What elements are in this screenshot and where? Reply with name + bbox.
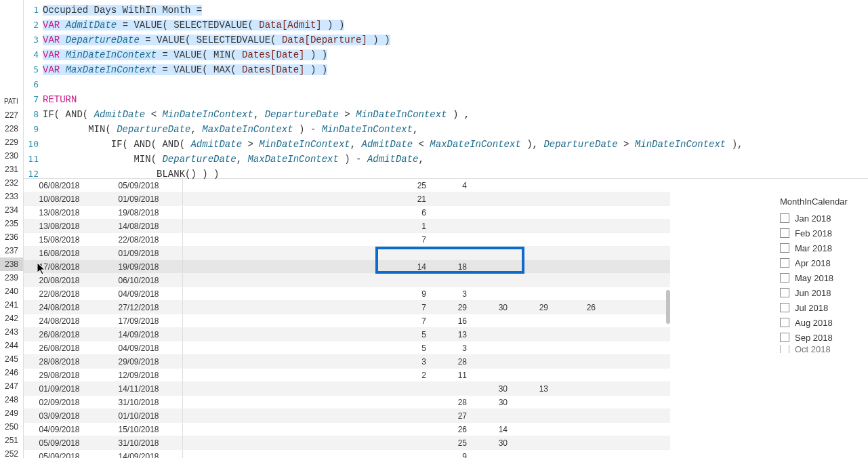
cell-v3[interactable] bbox=[471, 355, 512, 368]
cell-dep[interactable]: 05/09/2018 bbox=[95, 179, 183, 192]
cell-v5[interactable] bbox=[552, 369, 600, 381]
row-number[interactable]: 233 bbox=[0, 190, 23, 203]
cell-dep[interactable]: 15/10/2018 bbox=[95, 423, 183, 436]
cell-dep[interactable]: 22/08/2018 bbox=[95, 233, 183, 246]
cell-v1[interactable]: 2 bbox=[183, 369, 430, 381]
table-row[interactable]: 16/08/201801/09/2018 bbox=[24, 247, 670, 260]
table-row[interactable]: 05/09/201814/09/20189 bbox=[24, 450, 670, 458]
cell-v1[interactable]: 7 bbox=[183, 233, 430, 246]
cell-dep[interactable]: 31/10/2018 bbox=[95, 436, 183, 449]
row-number[interactable]: 229 bbox=[0, 136, 23, 149]
cell-v4[interactable] bbox=[512, 355, 552, 368]
data-table[interactable]: 06/08/201805/09/201825410/08/201801/09/2… bbox=[24, 179, 670, 458]
table-row[interactable]: 05/09/201831/10/20182530 bbox=[24, 436, 670, 450]
cell-v3[interactable] bbox=[471, 341, 512, 354]
row-number[interactable]: 227 bbox=[0, 108, 23, 122]
slicer-item[interactable]: May 2018 bbox=[780, 270, 861, 285]
row-number[interactable]: 234 bbox=[0, 203, 23, 217]
cell-admit[interactable]: 20/08/2018 bbox=[24, 274, 95, 287]
cell-dep[interactable]: 04/09/2018 bbox=[95, 341, 183, 354]
code-line[interactable]: Occupied Days WithIn Month = bbox=[43, 3, 868, 18]
cell-v3[interactable] bbox=[471, 233, 512, 246]
cell-v3[interactable] bbox=[471, 206, 512, 219]
cell-v2[interactable]: 3 bbox=[430, 287, 471, 300]
checkbox-icon[interactable] bbox=[780, 345, 789, 353]
cell-v4[interactable] bbox=[512, 396, 552, 409]
cell-v4[interactable] bbox=[512, 314, 552, 327]
cell-v3[interactable]: 30 bbox=[471, 382, 512, 395]
month-slicer[interactable]: MonthInCalendar Jan 2018Feb 2018Mar 2018… bbox=[780, 196, 861, 353]
slicer-item[interactable]: Oct 2018 bbox=[780, 345, 861, 353]
checkbox-icon[interactable] bbox=[780, 273, 789, 283]
cell-v1[interactable]: 5 bbox=[183, 328, 430, 341]
table-row[interactable]: 06/08/201805/09/2018254 bbox=[24, 179, 670, 192]
cell-dep[interactable]: 17/09/2018 bbox=[95, 314, 183, 327]
code-line[interactable]: RETURN bbox=[43, 92, 868, 107]
cell-v2[interactable]: 11 bbox=[430, 369, 471, 381]
formula-text[interactable]: Occupied Days WithIn Month =VAR AdmitDat… bbox=[43, 0, 868, 178]
cell-dep[interactable]: 27/12/2018 bbox=[95, 301, 183, 314]
cell-v2[interactable] bbox=[430, 192, 471, 205]
cell-admit[interactable]: 01/09/2018 bbox=[24, 382, 95, 395]
slicer-item[interactable]: Jun 2018 bbox=[780, 285, 861, 300]
code-line[interactable]: VAR AdmitDate = VALUE( SELECTEDVALUE( Da… bbox=[43, 18, 868, 33]
checkbox-icon[interactable] bbox=[780, 303, 789, 312]
cell-v1[interactable] bbox=[183, 436, 430, 449]
table-row[interactable]: 29/08/201812/09/2018211 bbox=[24, 369, 670, 382]
cell-v5[interactable] bbox=[552, 409, 600, 422]
cell-admit[interactable]: 10/08/2018 bbox=[24, 192, 95, 205]
cell-v3[interactable] bbox=[471, 179, 512, 192]
cell-v2[interactable] bbox=[430, 382, 471, 395]
cell-admit[interactable]: 26/08/2018 bbox=[24, 341, 95, 354]
cell-v3[interactable]: 30 bbox=[471, 301, 512, 314]
cell-v5[interactable] bbox=[552, 192, 600, 205]
code-line[interactable] bbox=[43, 77, 868, 92]
cell-v4[interactable] bbox=[512, 192, 552, 205]
cell-admit[interactable]: 26/08/2018 bbox=[24, 328, 95, 341]
code-line[interactable]: MIN( DepartureDate, MaxDateInContext ) -… bbox=[43, 122, 868, 137]
table-row[interactable]: 01/09/201814/11/20183013 bbox=[24, 382, 670, 396]
cell-v5[interactable] bbox=[552, 436, 600, 449]
cell-v3[interactable] bbox=[471, 220, 512, 232]
cell-v4[interactable] bbox=[512, 220, 552, 232]
cell-v2[interactable]: 13 bbox=[430, 328, 471, 341]
cell-v4[interactable] bbox=[512, 274, 552, 287]
scrollbar-thumb[interactable] bbox=[666, 290, 670, 324]
cell-v2[interactable]: 18 bbox=[430, 260, 471, 273]
cell-v3[interactable]: 30 bbox=[471, 436, 512, 449]
checkbox-icon[interactable] bbox=[780, 288, 789, 297]
cell-v2[interactable]: 25 bbox=[430, 436, 471, 449]
table-row[interactable]: 22/08/201804/09/201893 bbox=[24, 287, 670, 301]
cell-admit[interactable]: 29/08/2018 bbox=[24, 369, 95, 381]
cell-v1[interactable] bbox=[183, 409, 430, 422]
row-number[interactable]: 248 bbox=[0, 393, 23, 407]
slicer-item[interactable]: Jul 2018 bbox=[780, 300, 861, 315]
cell-v2[interactable]: 3 bbox=[430, 341, 471, 354]
cell-v2[interactable] bbox=[430, 233, 471, 246]
row-number[interactable]: 237 bbox=[0, 244, 23, 257]
cell-v5[interactable] bbox=[552, 179, 600, 192]
row-number[interactable]: 235 bbox=[0, 217, 23, 230]
cell-v2[interactable]: 28 bbox=[430, 396, 471, 409]
table-row[interactable]: 24/08/201817/09/2018716 bbox=[24, 314, 670, 328]
row-number[interactable]: 232 bbox=[0, 176, 23, 190]
cell-v1[interactable]: 7 bbox=[183, 301, 430, 314]
cell-v2[interactable] bbox=[430, 247, 471, 259]
row-number[interactable]: 236 bbox=[0, 230, 23, 244]
cell-admit[interactable]: 24/08/2018 bbox=[24, 301, 95, 314]
cell-v1[interactable] bbox=[183, 450, 430, 458]
cell-admit[interactable]: 16/08/2018 bbox=[24, 247, 95, 259]
cell-v4[interactable]: 13 bbox=[512, 382, 552, 395]
cell-v5[interactable]: 26 bbox=[552, 301, 600, 314]
cell-v4[interactable]: 29 bbox=[512, 301, 552, 314]
cell-v3[interactable] bbox=[471, 450, 512, 458]
table-row[interactable]: 10/08/201801/09/201821 bbox=[24, 192, 670, 206]
row-number[interactable]: 242 bbox=[0, 312, 23, 325]
cell-admit[interactable]: 03/09/2018 bbox=[24, 409, 95, 422]
code-line[interactable]: VAR MaxDateInContext = VALUE( MAX( Dates… bbox=[43, 62, 868, 77]
table-row[interactable]: 15/08/201822/08/20187 bbox=[24, 233, 670, 247]
cell-dep[interactable]: 19/08/2018 bbox=[95, 206, 183, 219]
cell-dep[interactable]: 31/10/2018 bbox=[95, 396, 183, 409]
cell-v1[interactable] bbox=[183, 274, 430, 287]
cell-admit[interactable]: 06/08/2018 bbox=[24, 179, 95, 192]
